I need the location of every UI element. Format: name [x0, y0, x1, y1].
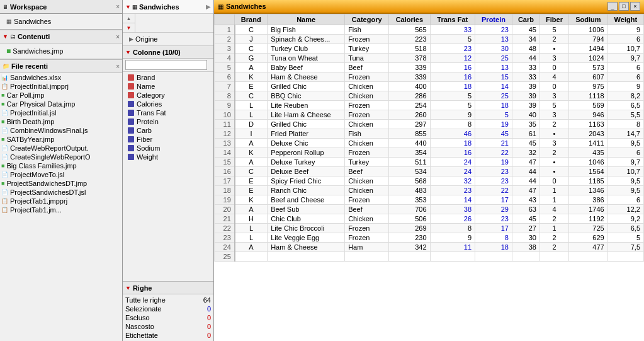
filerecenti-close-button[interactable]: ×: [116, 63, 120, 70]
col-header-calories[interactable]: Calories: [389, 14, 430, 25]
col-header-name[interactable]: Name: [268, 14, 345, 25]
workspace-sandwiches-item[interactable]: ▦ Sandwiches: [4, 16, 118, 26]
table-cell: Lite Chic Broccoli: [268, 224, 345, 233]
column-fiber[interactable]: Fiber: [123, 135, 213, 144]
contenuti-sandwiches-item[interactable]: ■ Sandwiches.jmp: [4, 46, 118, 56]
recent-projecttab1-jm[interactable]: 📋 ProjectTab1.jm...: [0, 205, 122, 214]
table-cell: 3: [539, 110, 568, 120]
recent-item-label: Big Class Families.jmp: [6, 162, 76, 170]
col-header-weight[interactable]: Weight: [607, 14, 643, 25]
recent-projectsandwichesdt-jmp[interactable]: ■ ProjectSandwichesDT.jmp: [0, 179, 122, 188]
recent-projecttab1-jmpprj[interactable]: 📋 ProjectTab1.jmpprj: [0, 197, 122, 205]
recent-combinewindows[interactable]: 📄 CombineWindowsFinal.js: [0, 126, 122, 135]
origine-tree-item[interactable]: ▶ Origine: [125, 34, 211, 44]
table-cell: Chicken: [345, 82, 389, 91]
table-row[interactable]: 16CDeluxe BeefBeef534242344•156410,7: [215, 167, 644, 176]
table-row[interactable]: 23LLite Veggie EggFrozen230983026295: [215, 233, 644, 243]
recent-item-label: CombineWindowsFinal.js: [10, 127, 88, 134]
column-protein[interactable]: Protein: [123, 117, 213, 126]
nav-down-button[interactable]: ▼: [123, 23, 135, 32]
table-cell: •: [539, 44, 568, 54]
table-cell: [430, 252, 475, 262]
table-cell: Frozen: [345, 110, 389, 120]
col-header-category[interactable]: Category: [345, 14, 389, 25]
table-row[interactable]: 22LLite Chic BroccoliFrozen2698172717256…: [215, 224, 644, 233]
table-row[interactable]: 8CBBQ ChicChicken28652539311188,2: [215, 91, 644, 101]
recent-sandwiches-xlsx[interactable]: 📊 Sandwiches.xlsx: [0, 73, 122, 82]
table-cell: [268, 252, 345, 262]
recent-projectmoveto[interactable]: 📄 ProjectMoveTo.jsl: [0, 170, 122, 179]
table-cell: Chicken: [345, 91, 389, 101]
close-window-button[interactable]: ×: [630, 2, 640, 11]
colonne-dropdown-arrow[interactable]: ▼: [125, 49, 131, 55]
table-row[interactable]: 18ERanch ChicChicken483232247113469,5: [215, 186, 644, 195]
data-table-container[interactable]: Brand Name Category Calories Trans Fat P…: [214, 14, 644, 341]
col-header-protein[interactable]: Protein: [475, 14, 512, 25]
workspace-close-button[interactable]: ×: [116, 3, 120, 10]
table-row[interactable]: 25: [215, 252, 644, 262]
table-row[interactable]: 17ESpicy Fried ChicChicken56832234401185…: [215, 176, 644, 186]
table-row[interactable]: 15ADeluxe TurkeyTurkey511241947•10469,7: [215, 158, 644, 167]
maximize-button[interactable]: □: [619, 2, 629, 11]
sandwiches-dropdown-arrow[interactable]: ▼: [125, 4, 131, 10]
recent-projectsandwichesdt-jsl[interactable]: 📄 ProjectSandwichesDT.jsl: [0, 188, 122, 197]
table-cell: 39: [512, 91, 539, 101]
table-row[interactable]: 12IFried PlatterFish855464561•204314,7: [215, 129, 644, 139]
table-row[interactable]: 6KHam & CheeseFrozen33916153346076: [215, 72, 644, 82]
table-cell: 9: [607, 25, 643, 35]
table-row[interactable]: 11DGrilled ChicChicken29781935211638: [215, 120, 644, 129]
col-brand-label: Brand: [137, 74, 155, 81]
table-cell: 2: [539, 214, 568, 224]
righe-dropdown-arrow[interactable]: ▼: [125, 285, 131, 291]
minimize-button[interactable]: _: [607, 2, 618, 11]
expand-icon[interactable]: ▶: [206, 3, 211, 10]
column-name[interactable]: Name: [123, 82, 213, 91]
recent-carpoll[interactable]: ■ Car Poll.jmp: [0, 91, 122, 100]
column-search-input[interactable]: [125, 60, 207, 70]
table-row[interactable]: 1CBig FishFish565332345510069: [215, 25, 644, 35]
col-header-carb[interactable]: Carb: [512, 14, 539, 25]
recent-createwebreport[interactable]: 📄 CreateWebReportOutput.: [0, 144, 122, 153]
nav-up-button[interactable]: ▲: [123, 14, 135, 23]
table-row[interactable]: 9LLite ReubenFrozen2545183955696,5: [215, 101, 644, 110]
recent-carphysical[interactable]: ■ Car Physical Data.jmp: [0, 100, 122, 108]
recent-projectinitial-jmpprj[interactable]: 📋 ProjectInitial.jmpprj: [0, 82, 122, 91]
column-carb[interactable]: Carb: [123, 126, 213, 135]
column-brand[interactable]: Brand: [123, 73, 213, 82]
column-calories[interactable]: Calories: [123, 100, 213, 108]
table-row[interactable]: 24AHam & CheeseHam34211183824777,5: [215, 243, 644, 252]
contenuti-arrow[interactable]: ▼: [3, 33, 8, 40]
col-header-transfat[interactable]: Trans Fat: [430, 14, 475, 25]
table-row[interactable]: 19KBeef and CheeseFrozen35314174313866: [215, 195, 644, 205]
table-row[interactable]: 3CTurkey ClubTurkey518233048•149410,7: [215, 44, 644, 54]
column-sodium[interactable]: Sodium: [123, 144, 213, 153]
table-row[interactable]: 7EGrilled ChicChicken40018143909759: [215, 82, 644, 91]
table-row[interactable]: 4GTuna on WheatTuna378122544310249,7: [215, 54, 644, 63]
col-header-brand[interactable]: Brand: [235, 14, 268, 25]
table-row[interactable]: 5ABaby BeefBeef33916133305736: [215, 63, 644, 72]
contenuti-close-button[interactable]: ×: [116, 33, 120, 40]
table-row[interactable]: 13ADeluxe ChicChicken440182145314119,5: [215, 139, 644, 148]
table-cell: 6,5: [607, 224, 643, 233]
recent-createsinglewebreport[interactable]: 📄 CreateSingleWebReportO: [0, 153, 122, 161]
recent-birthdeath[interactable]: ■ Birth Death.jmp: [0, 117, 122, 126]
column-weight[interactable]: Weight: [123, 153, 213, 161]
recent-bigclassfamilies[interactable]: ■ Big Class Families.jmp: [0, 161, 122, 170]
data-table: Brand Name Category Calories Trans Fat P…: [214, 14, 644, 262]
recent-projectinitial-jsl[interactable]: 📄 ProjectInitial.jsl: [0, 108, 122, 117]
column-category[interactable]: Category: [123, 91, 213, 100]
table-cell: 260: [389, 110, 430, 120]
col-header-sodium[interactable]: Sodium: [569, 14, 608, 25]
table-row[interactable]: 10LLite Ham & CheeseFrozen260954039465,5: [215, 110, 644, 120]
table-cell: 15: [475, 72, 512, 82]
column-transfat[interactable]: Trans Fat: [123, 108, 213, 117]
recent-satbyyear[interactable]: ■ SATByYear.jmp: [0, 135, 122, 144]
table-row[interactable]: 21HChic ClubChicken506262345211929,2: [215, 214, 644, 224]
col-header-fiber[interactable]: Fiber: [539, 14, 568, 25]
table-row[interactable]: 14KPepperoni RollupFrozen35416223224356: [215, 148, 644, 158]
table-cell: 1163: [569, 120, 608, 129]
table-row[interactable]: 2JSpinach & Chees...Frozen2235133427946: [215, 35, 644, 44]
table-cell: 1411: [569, 139, 608, 148]
sandwiches-tree-label: Sandwiches: [139, 3, 179, 11]
table-row[interactable]: 20ABeef SubBeef7063829634174612,2: [215, 205, 644, 214]
